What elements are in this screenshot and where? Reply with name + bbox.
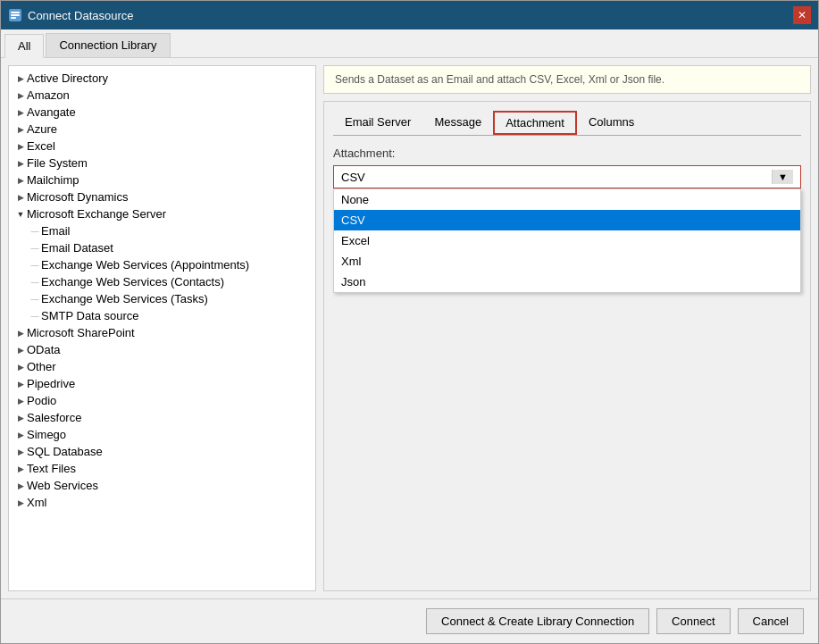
- connect-button[interactable]: Connect: [656, 608, 730, 634]
- tree-item-file-system[interactable]: ▶ File System: [9, 155, 315, 171]
- left-tree-panel: ▶ Active Directory ▶ Amazon ▶ Avangate ▶…: [8, 65, 316, 591]
- tree-item-microsoft-sharepoint[interactable]: ▶ Microsoft SharePoint: [9, 324, 315, 341]
- expand-arrow: ▶: [14, 480, 27, 492]
- tree-label: Email Dataset: [41, 241, 113, 255]
- content-area: ▶ Active Directory ▶ Amazon ▶ Avangate ▶…: [1, 58, 818, 598]
- datasource-icon: [8, 8, 22, 22]
- connect-create-button[interactable]: Connect & Create Library Connection: [426, 608, 649, 634]
- tab-email-server[interactable]: Email Server: [333, 111, 422, 135]
- tree-item-exchange-appointments[interactable]: — Exchange Web Services (Appointments): [9, 256, 315, 273]
- tree-label: Other: [27, 360, 56, 373]
- top-tabs-bar: All Connection Library: [1, 29, 818, 58]
- tab-attachment[interactable]: Attachment: [493, 111, 577, 135]
- svg-rect-1: [11, 12, 20, 13]
- tab-columns[interactable]: Columns: [577, 111, 646, 135]
- tab-connection-library[interactable]: Connection Library: [46, 33, 170, 57]
- expand-arrow: ▶: [14, 157, 27, 170]
- right-panel: Sends a Dataset as an Email and attach C…: [323, 65, 811, 591]
- expand-arrow: ▶: [14, 378, 27, 390]
- dropdown-selected-value: CSV: [341, 171, 365, 184]
- expand-arrow: ▼: [14, 208, 27, 221]
- dialog-title: Connect Datasource: [28, 9, 793, 22]
- tree-item-email-dataset[interactable]: — Email Dataset: [9, 239, 315, 256]
- tree-label: Avangate: [27, 105, 76, 119]
- svg-rect-3: [11, 17, 16, 19]
- tree-label: Pipedrive: [27, 377, 75, 390]
- tree-item-amazon[interactable]: ▶ Amazon: [9, 87, 315, 104]
- expand-arrow: ▶: [14, 446, 27, 458]
- expand-arrow: ▶: [14, 395, 27, 407]
- tree-label: SQL Database: [27, 445, 103, 458]
- tree-item-odata[interactable]: ▶ OData: [9, 341, 315, 358]
- tree-label: Simego: [27, 428, 66, 441]
- tree-label: Azure: [27, 122, 57, 136]
- tab-message[interactable]: Message: [422, 111, 493, 135]
- tree-item-email[interactable]: — Email: [9, 222, 315, 239]
- tree-label: Email: [41, 224, 71, 238]
- tree-label: File System: [27, 156, 88, 170]
- tab-all[interactable]: All: [4, 34, 44, 58]
- tree-item-salesforce[interactable]: ▶ Salesforce: [9, 409, 315, 426]
- expand-arrow: ▶: [14, 174, 27, 187]
- tree-label: Amazon: [27, 88, 70, 102]
- attachment-dropdown[interactable]: CSV ▼: [333, 165, 801, 188]
- tree-item-excel[interactable]: ▶ Excel: [9, 138, 315, 155]
- expand-arrow: ▶: [14, 463, 27, 475]
- expand-arrow: ▶: [14, 361, 27, 373]
- tree-label: Microsoft Exchange Server: [27, 207, 166, 221]
- tree-label: Mailchimp: [27, 173, 79, 187]
- expand-arrow: ▶: [14, 327, 27, 339]
- tree-label: Xml: [27, 496, 46, 509]
- option-csv[interactable]: CSV: [334, 210, 800, 230]
- svg-rect-2: [11, 14, 20, 16]
- detail-tabs: Email Server Message Attachment Columns: [333, 111, 801, 136]
- tree-item-exchange-contacts[interactable]: — Exchange Web Services (Contacts): [9, 273, 315, 290]
- tree-label: Microsoft SharePoint: [27, 326, 135, 339]
- tree-item-azure[interactable]: ▶ Azure: [9, 121, 315, 138]
- leaf-icon: —: [29, 225, 41, 238]
- title-bar: Connect Datasource ✕: [1, 1, 818, 29]
- attachment-dropdown-list: None CSV Excel Xml Json: [333, 188, 801, 293]
- expand-arrow: ▶: [14, 191, 27, 204]
- tree-item-sql-database[interactable]: ▶ SQL Database: [9, 443, 315, 460]
- connect-datasource-dialog: Connect Datasource ✕ All Connection Libr…: [0, 0, 819, 644]
- attachment-label: Attachment:: [333, 146, 801, 160]
- option-none[interactable]: None: [334, 189, 800, 210]
- detail-panel: Email Server Message Attachment Columns …: [323, 101, 811, 591]
- tree-item-avangate[interactable]: ▶ Avangate: [9, 104, 315, 121]
- tree-item-smtp[interactable]: — SMTP Data source: [9, 307, 315, 324]
- tree-label: OData: [27, 343, 61, 356]
- tree-label: Salesforce: [27, 411, 81, 424]
- tree-item-text-files[interactable]: ▶ Text Files: [9, 460, 315, 477]
- tree-item-web-services[interactable]: ▶ Web Services: [9, 477, 315, 494]
- option-xml[interactable]: Xml: [334, 251, 800, 272]
- expand-arrow: ▶: [14, 72, 27, 85]
- option-json[interactable]: Json: [334, 272, 800, 292]
- option-excel[interactable]: Excel: [334, 230, 800, 251]
- info-text: Sends a Dataset as an Email and attach C…: [335, 73, 664, 86]
- close-button[interactable]: ✕: [793, 6, 811, 24]
- tree-item-other[interactable]: ▶ Other: [9, 358, 315, 375]
- tree-item-active-directory[interactable]: ▶ Active Directory: [9, 70, 315, 87]
- leaf-icon: —: [29, 259, 41, 272]
- tree-item-mailchimp[interactable]: ▶ Mailchimp: [9, 171, 315, 188]
- tree-item-microsoft-exchange-server[interactable]: ▼ Microsoft Exchange Server: [9, 205, 315, 222]
- tree-item-xml[interactable]: ▶ Xml: [9, 494, 315, 511]
- tree-item-podio[interactable]: ▶ Podio: [9, 392, 315, 409]
- attachment-section: Attachment: CSV ▼ None CSV Excel Xml Jso…: [333, 146, 801, 188]
- tree-item-microsoft-dynamics[interactable]: ▶ Microsoft Dynamics: [9, 188, 315, 205]
- info-box: Sends a Dataset as an Email and attach C…: [323, 65, 811, 94]
- leaf-icon: —: [29, 293, 41, 305]
- tree-label: Exchange Web Services (Appointments): [41, 258, 249, 272]
- expand-arrow: ▶: [14, 412, 27, 424]
- tree-label: Podio: [27, 394, 56, 407]
- tree-item-exchange-tasks[interactable]: — Exchange Web Services (Tasks): [9, 290, 315, 307]
- tree-item-simego[interactable]: ▶ Simego: [9, 426, 315, 443]
- footer: Connect & Create Library Connection Conn…: [1, 598, 818, 643]
- tree-label: Microsoft Dynamics: [27, 190, 128, 204]
- tree-item-pipedrive[interactable]: ▶ Pipedrive: [9, 375, 315, 392]
- expand-arrow: ▶: [14, 497, 27, 509]
- dropdown-arrow-button[interactable]: ▼: [772, 170, 793, 184]
- cancel-button[interactable]: Cancel: [738, 608, 804, 634]
- expand-arrow: ▶: [14, 140, 27, 153]
